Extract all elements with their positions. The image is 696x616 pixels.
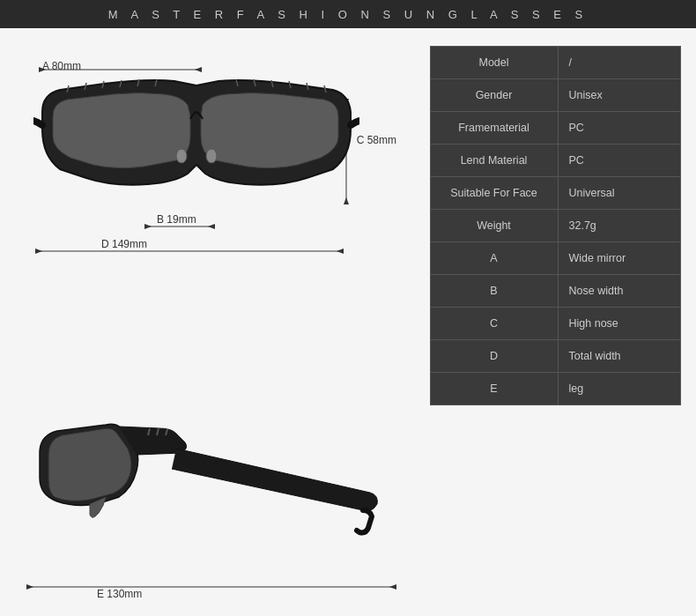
svg-marker-1 [39,67,46,72]
brand-title: M A S T E R F A S H I O N S U N G L A S … [108,8,588,21]
spec-value-6: Wide mirror [559,242,680,274]
spec-row-10: Eleg [431,373,680,404]
svg-marker-30 [26,584,33,590]
spec-key-9: D [431,340,559,372]
side-view-diagram: E 130mm [18,400,405,607]
left-panel: A 80mm C 58mm [0,28,414,616]
svg-marker-31 [389,584,396,590]
spec-row-5: Weight32.7g [431,210,680,242]
spec-key-0: Model [431,47,559,78]
dimension-d-arrow [35,247,344,256]
svg-marker-22 [208,224,215,229]
spec-row-1: GenderUnisex [431,79,680,112]
spec-value-3: PC [559,145,680,176]
spec-value-0: / [559,47,680,78]
spec-row-3: Lend MaterialPC [431,145,680,177]
glasses-side-svg [35,409,379,568]
svg-marker-25 [337,249,344,254]
dimension-b-arrow [144,222,215,231]
svg-point-18 [176,149,187,163]
spec-value-1: Unisex [559,79,680,111]
svg-marker-24 [35,249,42,254]
dimension-e-arrow [26,583,396,591]
spec-row-9: DTotal width [431,340,680,373]
spec-key-6: A [431,242,559,274]
spec-row-7: BNose width [431,275,680,308]
spec-row-2: FramematerialPC [431,112,680,145]
spec-value-7: Nose width [559,275,680,307]
spec-row-0: Model/ [431,47,680,79]
spec-value-9: Total width [559,340,680,372]
glasses-front-svg [33,77,359,271]
svg-point-19 [206,149,217,163]
header: M A S T E R F A S H I O N S U N G L A S … [0,0,696,28]
spec-value-8: High nose [559,308,680,339]
front-view-diagram: A 80mm C 58mm [18,46,405,310]
spec-key-8: C [431,308,559,339]
spec-table: Model/GenderUnisexFramematerialPCLend Ma… [430,46,681,405]
dimension-a-arrow [39,65,202,74]
spec-key-5: Weight [431,210,559,241]
dimension-c-label: C 58mm [357,134,396,146]
spec-value-10: leg [559,373,680,404]
spec-key-1: Gender [431,79,559,111]
spec-value-2: PC [559,112,680,144]
spec-key-10: E [431,373,559,404]
svg-marker-21 [144,224,152,229]
spec-key-3: Lend Material [431,145,559,176]
spec-key-4: Suitable For Face [431,177,559,209]
spec-key-7: B [431,275,559,307]
right-panel: Model/GenderUnisexFramematerialPCLend Ma… [414,28,696,616]
spec-row-4: Suitable For FaceUniversal [431,177,680,210]
svg-marker-2 [195,67,202,72]
spec-row-6: AWide mirror [431,242,680,275]
spec-value-5: 32.7g [559,210,680,241]
spec-value-4: Universal [559,177,680,209]
spec-row-8: CHigh nose [431,308,680,340]
spec-key-2: Framematerial [431,112,559,144]
main-content: A 80mm C 58mm [0,28,696,616]
